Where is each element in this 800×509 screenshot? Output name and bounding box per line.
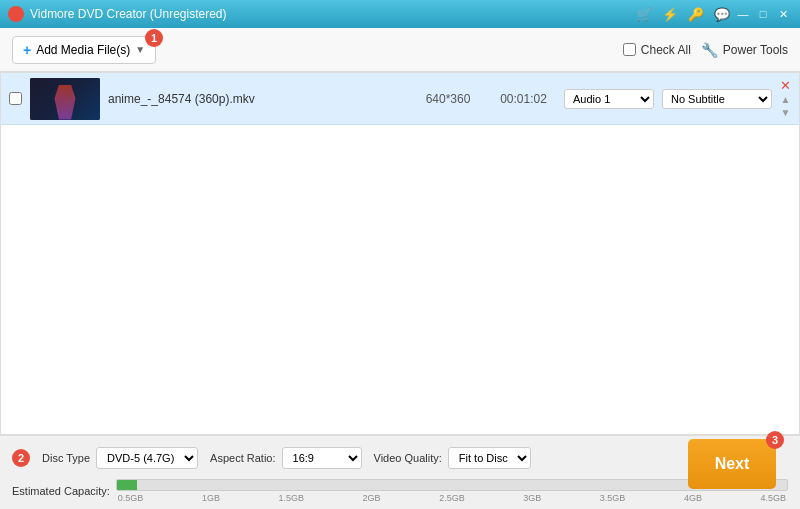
app-icon <box>8 6 24 22</box>
capacity-label: Estimated Capacity: <box>12 485 110 497</box>
video-quality-select[interactable]: Fit to Disc High Medium Low <box>448 447 531 469</box>
file-checkbox[interactable] <box>9 92 22 105</box>
video-quality-label: Video Quality: <box>374 452 442 464</box>
disc-type-group: Disc Type DVD-5 (4.7G) DVD-9 (8.5G) BD-2… <box>42 447 198 469</box>
capacity-row: Estimated Capacity: 0.5GB 1GB 1.5GB 2GB … <box>0 479 800 509</box>
add-media-label: Add Media File(s) <box>36 43 130 57</box>
file-audio-select-wrap: Audio 1 Audio 2 <box>564 89 654 109</box>
power-tools-label: Power Tools <box>723 43 788 57</box>
tick-1: 1GB <box>202 493 220 503</box>
capacity-tick-labels: 0.5GB 1GB 1.5GB 2GB 2.5GB 3GB 3.5GB 4GB … <box>116 493 788 503</box>
check-all-label: Check All <box>641 43 691 57</box>
tick-3: 2GB <box>363 493 381 503</box>
disc-type-label: Disc Type <box>42 452 90 464</box>
file-actions: ✕ ▲ ▼ <box>780 79 791 118</box>
file-move-up-icon[interactable]: ▲ <box>781 94 791 105</box>
toolbar-right: Check All 🔧 Power Tools <box>623 42 788 58</box>
title-icon-group: 🛒 ⚡ 🔑 💬 <box>634 4 732 24</box>
file-row: anime_-_84574 (360p).mkv 640*360 00:01:0… <box>1 73 799 125</box>
toolbar-left: + Add Media File(s) ▼ 1 <box>12 36 156 64</box>
file-subtitle-select[interactable]: No Subtitle Subtitle <box>662 89 772 109</box>
key-icon[interactable]: 🔑 <box>686 4 706 24</box>
maximize-button[interactable]: □ <box>754 6 772 22</box>
chat-icon[interactable]: 💬 <box>712 4 732 24</box>
file-thumbnail <box>30 78 100 120</box>
file-duration: 00:01:02 <box>491 92 556 106</box>
title-bar: Vidmore DVD Creator (Unregistered) 🛒 ⚡ 🔑… <box>0 0 800 28</box>
title-bar-controls: 🛒 ⚡ 🔑 💬 — □ ✕ <box>634 4 792 24</box>
tick-6: 3.5GB <box>600 493 626 503</box>
content-area: anime_-_84574 (360p).mkv 640*360 00:01:0… <box>0 72 800 435</box>
check-all-area: Check All <box>623 43 691 57</box>
power-tools-button[interactable]: 🔧 Power Tools <box>701 42 788 58</box>
disc-type-select[interactable]: DVD-5 (4.7G) DVD-9 (8.5G) BD-25 BD-50 <box>96 447 198 469</box>
bottom-bar: 2 Disc Type DVD-5 (4.7G) DVD-9 (8.5G) BD… <box>0 435 800 509</box>
next-button-wrap: Next 3 <box>700 449 788 499</box>
tick-5: 3GB <box>523 493 541 503</box>
add-media-button[interactable]: + Add Media File(s) ▼ 1 <box>12 36 156 64</box>
next-badge: 3 <box>766 431 784 449</box>
file-move-down-icon[interactable]: ▼ <box>781 107 791 118</box>
cart-icon[interactable]: 🛒 <box>634 4 654 24</box>
app-title: Vidmore DVD Creator (Unregistered) <box>30 7 227 21</box>
bottom-controls: 2 Disc Type DVD-5 (4.7G) DVD-9 (8.5G) BD… <box>0 436 800 479</box>
next-label: Next <box>715 455 750 473</box>
wrench-icon: 🔧 <box>701 42 718 58</box>
title-bar-left: Vidmore DVD Creator (Unregistered) <box>8 6 227 22</box>
add-badge: 1 <box>145 29 163 47</box>
plus-icon: + <box>23 42 31 58</box>
aspect-ratio-select[interactable]: 16:9 4:3 <box>282 447 362 469</box>
bottom-badge: 2 <box>12 449 30 467</box>
tick-2: 1.5GB <box>278 493 304 503</box>
tick-4: 2.5GB <box>439 493 465 503</box>
aspect-ratio-group: Aspect Ratio: 16:9 4:3 <box>210 447 361 469</box>
file-subtitle-select-wrap: No Subtitle Subtitle <box>662 89 772 109</box>
video-quality-group: Video Quality: Fit to Disc High Medium L… <box>374 447 531 469</box>
thumbnail-figure <box>50 85 80 120</box>
toolbar: + Add Media File(s) ▼ 1 Check All 🔧 Powe… <box>0 28 800 72</box>
file-name: anime_-_84574 (360p).mkv <box>108 92 405 106</box>
tick-0: 0.5GB <box>118 493 144 503</box>
next-button[interactable]: Next 3 <box>688 439 776 489</box>
lightning-icon[interactable]: ⚡ <box>660 4 680 24</box>
close-button[interactable]: ✕ <box>774 6 792 22</box>
check-all-checkbox[interactable] <box>623 43 636 56</box>
aspect-ratio-label: Aspect Ratio: <box>210 452 275 464</box>
minimize-button[interactable]: — <box>734 6 752 22</box>
file-audio-select[interactable]: Audio 1 Audio 2 <box>564 89 654 109</box>
file-resolution: 640*360 <box>413 92 483 106</box>
file-close-icon[interactable]: ✕ <box>780 79 791 92</box>
dropdown-arrow-icon: ▼ <box>135 44 145 55</box>
capacity-fill <box>117 480 137 490</box>
thumbnail-image <box>30 78 100 120</box>
